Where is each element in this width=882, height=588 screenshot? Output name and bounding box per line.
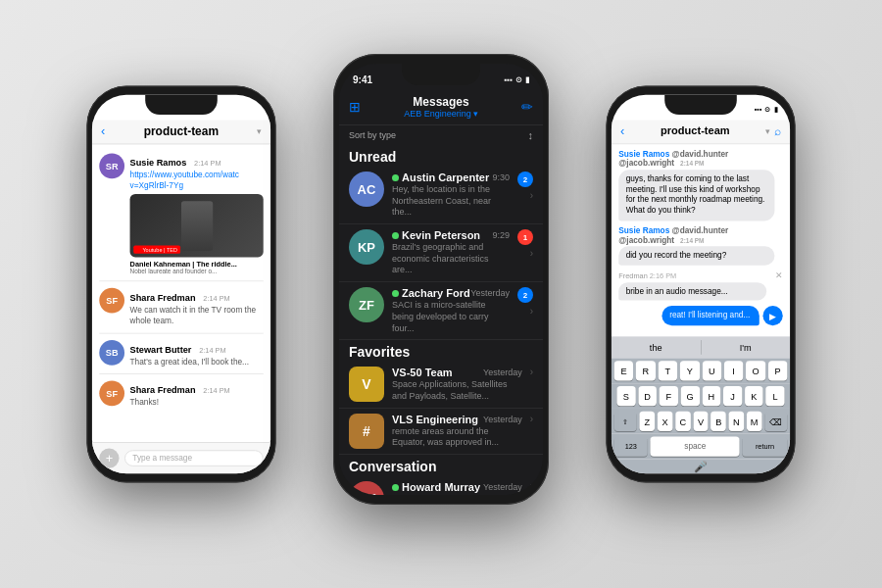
key-k[interactable]: K [745,386,763,406]
chat-message: Susie Ramos @david.hunter @jacob.wright … [618,150,782,220]
list-item[interactable]: KP Kevin Peterson 9:29 Brazil's geograph… [339,224,543,282]
cursor: | [750,311,752,319]
shift-key[interactable]: ⇧ [614,412,637,431]
key-f[interactable]: F [660,386,678,406]
divider [99,281,263,282]
list-item[interactable]: HM Howard Murray Yesterday payload of NA… [339,476,543,495]
sender-name: Howard Murray [392,481,480,493]
autocomplete-bar: the I'm [612,336,790,358]
key-n[interactable]: N [729,412,744,431]
center-header: ⊞ Messages AEB Engineering ▾ ✏ [339,91,543,125]
microphone-icon[interactable]: 🎤 [694,460,708,472]
key-x[interactable]: X [658,412,672,431]
chevron-right-icon: › [530,414,533,424]
list-item[interactable]: # VLS Engineering Yesterday remote areas… [339,409,543,455]
unread-badge: 2 [517,172,533,187]
list-item[interactable]: AC Austin Carpenter 9:30 Hey, the locati… [339,167,543,224]
keyboard-bottom-bar: 🎤 [612,459,790,473]
key-z[interactable]: Z [640,412,655,431]
message-time: Yesterday [470,288,510,298]
key-p[interactable]: P [768,361,788,380]
key-s[interactable]: S [616,386,635,406]
message-content: Kevin Peterson 9:29 Brazil's geographic … [392,229,510,276]
video-person-image [181,201,213,251]
channel-subtitle[interactable]: AEB Engineering ▾ [404,109,478,119]
message-text: Thanks! [130,398,264,409]
divider [99,373,263,374]
message-content: Austin Carpenter 9:30 Hey, the location … [392,172,510,219]
return-key[interactable]: return [743,436,788,456]
sender-name: Shara Fredman [130,385,196,395]
sender-name: Kevin Peterson [392,229,480,241]
list-item[interactable]: SF Shara Fredman 2:14 PM Thanks! [92,377,270,413]
space-key[interactable]: space [651,436,740,456]
avatar: SF [99,288,124,314]
unread-badge: 2 [517,287,533,303]
key-u[interactable]: U [702,361,721,380]
group-name-left[interactable]: product-team [111,124,252,138]
message-preview: payload of NASA's EOS-PM1 satellite, par… [392,494,522,495]
message-preview: remote areas around the Equator, was app… [392,426,522,449]
dismiss-button[interactable]: ✕ [775,271,782,281]
numbers-key[interactable]: 123 [614,436,648,456]
avatar: SF [99,381,124,407]
group-name-right[interactable]: product-team [628,124,761,137]
back-button-right[interactable]: ‹ [620,123,624,138]
typing-bubble: bribe in an audio message... [618,283,766,301]
key-i[interactable]: I [724,361,744,380]
center-title-block: Messages AEB Engineering ▾ [404,95,478,119]
send-button[interactable]: ▶ [762,306,782,325]
sort-icon[interactable]: ↕ [528,129,534,141]
right-header: ‹ product-team ▾ ⌕ [612,121,790,145]
online-indicator [392,174,399,181]
chevron-right-icon: › [530,481,533,492]
key-t[interactable]: T [659,361,678,380]
keyboard: the I'm E R T Y U I O P S [612,336,790,473]
back-button[interactable]: ‹ [101,123,105,138]
key-l[interactable]: L [766,386,785,406]
list-item[interactable]: ZF Zachary Ford Yesterday SACI is a micr… [339,282,543,340]
key-m[interactable]: M [747,412,761,431]
search-icon[interactable]: ⌕ [774,124,781,138]
message-time: 2:14 PM [194,160,220,168]
chat-bubble: did you record the meeting? [618,246,774,266]
right-phone-screen: 9:41 ▪▪▪ ⊙ ▮ ‹ product-team ▾ ⌕ Su [612,95,790,473]
avatar: V [349,367,384,402]
message-badge-area: 2 › [517,287,533,317]
key-j[interactable]: J [723,386,742,406]
autocomplete-word[interactable]: I'm [701,341,790,355]
key-o[interactable]: O [746,361,765,380]
key-y[interactable]: Y [680,361,700,380]
key-r[interactable]: R [636,361,656,380]
time-center: 9:41 [353,74,372,85]
delete-key[interactable]: ⌫ [764,412,787,431]
attach-button[interactable]: + [99,448,119,467]
avatar: KP [349,229,384,265]
list-item[interactable]: SF Shara Fredman 2:14 PM We can watch it… [92,284,270,329]
message-content: Howard Murray Yesterday payload of NASA'… [392,481,522,495]
avatar: SB [99,340,124,366]
list-item[interactable]: SR Susie Ramos 2:14 PM https://www.youtu… [92,150,270,278]
sort-label[interactable]: Sort by type [349,130,396,140]
left-header: ‹ product-team ▾ [92,121,270,145]
battery-icon: ▮ [525,75,529,84]
name-row: VLS Engineering Yesterday [392,414,522,425]
key-b[interactable]: B [710,412,725,431]
chevron-area: › [530,481,533,492]
status-icons-right: ▪▪▪ ⊙ ▮ [755,105,777,113]
messages-title: Messages [404,95,478,109]
key-e[interactable]: E [614,361,634,380]
key-c[interactable]: C [675,412,690,431]
autocomplete-word[interactable]: the [612,341,701,355]
compose-icon[interactable]: ✏ [521,99,533,115]
chat-sender: Susie Ramos @david.hunter @jacob.wright … [618,150,782,168]
list-item[interactable]: SB Stewart Butter 2:14 PM That's a great… [92,336,270,371]
message-time: 2:14 PM [199,346,225,354]
key-v[interactable]: V [693,412,708,431]
key-h[interactable]: H [702,386,720,406]
key-g[interactable]: G [681,386,700,406]
filter-icon[interactable]: ⊞ [349,99,361,115]
list-item[interactable]: V VS-50 Team Yesterday Space Application… [339,362,543,408]
key-d[interactable]: D [638,386,657,406]
message-input[interactable]: Type a message [124,450,264,466]
